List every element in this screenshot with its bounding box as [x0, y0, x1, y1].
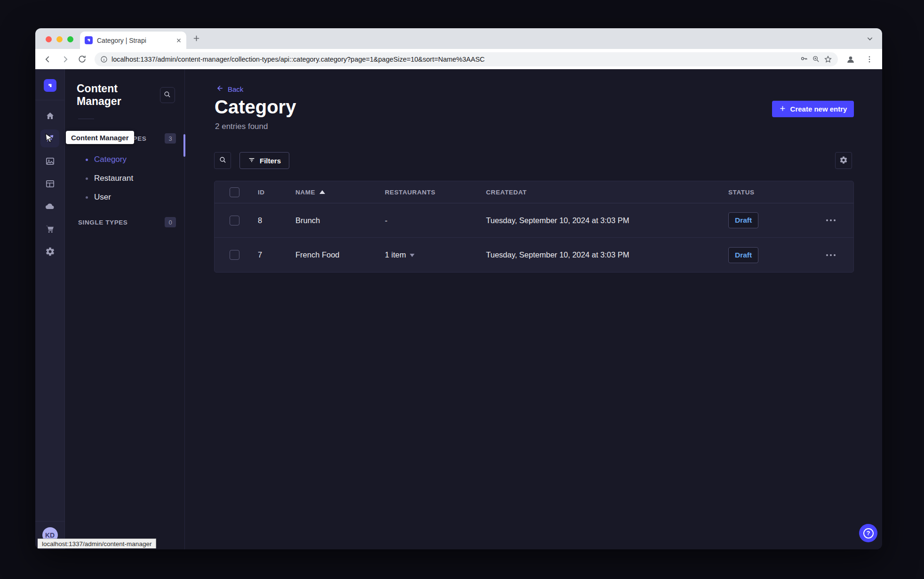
subnav-title: Content Manager — [77, 82, 160, 108]
chevron-down-icon — [410, 254, 414, 257]
menu-kebab-icon[interactable] — [862, 52, 876, 66]
status-badge: Draft — [728, 212, 758, 228]
strapi-logo[interactable] — [44, 79, 56, 92]
browser-tab[interactable]: Category | Strapi — [80, 32, 186, 49]
browser-window: Category | Strapi localhost:1337/admin/c… — [35, 28, 882, 549]
column-header-name[interactable]: NAME — [295, 189, 385, 196]
status-link: localhost:1337/admin/content-manager — [38, 539, 156, 548]
filters-button[interactable]: Filters — [239, 152, 289, 169]
sort-ascending-icon — [319, 190, 325, 194]
search-icon — [163, 90, 171, 100]
content-type-builder-icon[interactable] — [40, 175, 59, 193]
select-all-checkbox[interactable] — [230, 187, 239, 197]
single-types-label: SINGLE TYPES — [78, 219, 127, 226]
bullet-icon — [86, 196, 88, 199]
entries-count: 2 entries found — [215, 122, 268, 131]
back-link[interactable]: Back — [215, 84, 243, 94]
info-icon[interactable] — [100, 56, 108, 63]
cell-name: Brunch — [295, 216, 385, 225]
mouse-cursor — [42, 133, 54, 147]
window-controls[interactable] — [46, 36, 73, 42]
bullet-icon — [86, 159, 88, 161]
reload-icon[interactable] — [75, 52, 89, 66]
table-header-row: ID NAME RESTAURANTS CREATEDAT STATUS — [215, 181, 853, 203]
plus-icon — [779, 105, 786, 113]
strapi-app: KD Content Manager COLLECTION TYPES 3 — [35, 69, 882, 549]
profile-icon[interactable] — [844, 52, 858, 66]
strapi-favicon-icon — [85, 36, 93, 44]
column-header-id[interactable]: ID — [258, 189, 295, 196]
url-bar[interactable]: localhost:1337/admin/content-manager/col… — [95, 52, 838, 66]
main-content: Back Category 2 entries found Create new… — [185, 69, 882, 549]
help-question-icon: ? — [863, 528, 874, 539]
back-arrow-icon — [215, 84, 223, 94]
bullet-icon — [86, 177, 88, 180]
table-row[interactable]: 7 French Food 1 item Tuesday, September … — [215, 238, 853, 272]
gear-icon — [839, 156, 848, 166]
minimize-window-button[interactable] — [56, 36, 63, 42]
column-header-status[interactable]: STATUS — [728, 189, 818, 196]
cell-id: 7 — [258, 250, 295, 259]
subnav-divider — [78, 119, 94, 119]
column-header-createdat[interactable]: CREATEDAT — [486, 189, 728, 196]
media-library-icon[interactable] — [40, 152, 59, 170]
marketplace-cart-icon[interactable] — [40, 220, 59, 238]
tab-search-chevron-icon[interactable] — [866, 35, 874, 42]
bookmark-star-icon[interactable] — [824, 55, 832, 64]
tab-strip: Category | Strapi — [35, 28, 882, 49]
create-new-entry-button[interactable]: Create new entry — [772, 101, 854, 117]
tooltip: Content Manager — [66, 131, 134, 144]
single-types-count-badge: 0 — [165, 217, 176, 227]
search-icon — [219, 156, 227, 165]
close-window-button[interactable] — [46, 36, 52, 42]
settings-gear-icon[interactable] — [40, 242, 59, 260]
cell-restaurants[interactable]: 1 item — [385, 250, 486, 259]
row-actions-menu-icon[interactable] — [826, 254, 836, 256]
row-checkbox[interactable] — [230, 216, 239, 225]
filter-icon — [248, 156, 255, 165]
tab-title: Category | Strapi — [97, 37, 172, 44]
row-actions-menu-icon[interactable] — [826, 219, 836, 221]
maximize-window-button[interactable] — [67, 36, 73, 42]
subnav-item-category[interactable]: Category — [65, 150, 184, 169]
forward-icon[interactable] — [58, 52, 72, 66]
table-search-button[interactable] — [214, 152, 231, 169]
back-icon[interactable] — [41, 52, 55, 66]
subnav-item-user[interactable]: User — [65, 188, 184, 207]
page-title: Category — [215, 96, 296, 118]
help-button[interactable]: ? — [859, 524, 877, 542]
cell-name: French Food — [295, 250, 385, 259]
subnav-search-button[interactable] — [160, 87, 175, 103]
cloud-icon[interactable] — [40, 197, 59, 215]
entries-table: ID NAME RESTAURANTS CREATEDAT STATUS 8 B… — [214, 181, 854, 273]
rail-divider — [35, 100, 65, 100]
table-row[interactable]: 8 Brunch - Tuesday, September 10, 2024 a… — [215, 203, 853, 238]
new-tab-button[interactable] — [192, 34, 200, 42]
zoom-icon[interactable] — [812, 55, 820, 63]
collection-types-count-badge: 3 — [165, 133, 176, 144]
column-header-restaurants[interactable]: RESTAURANTS — [385, 189, 486, 196]
cell-createdat: Tuesday, September 10, 2024 at 3:03 PM — [486, 216, 728, 225]
url-text[interactable]: localhost:1337/admin/content-manager/col… — [112, 56, 796, 63]
row-checkbox[interactable] — [230, 250, 239, 260]
home-icon[interactable] — [40, 107, 59, 125]
status-badge: Draft — [728, 247, 758, 263]
tab-close-icon[interactable] — [176, 38, 182, 43]
browser-toolbar: localhost:1337/admin/content-manager/col… — [35, 49, 882, 69]
subnav-item-restaurant[interactable]: Restaurant — [65, 169, 184, 188]
cell-id: 8 — [258, 216, 295, 225]
view-settings-button[interactable] — [835, 152, 852, 169]
cell-restaurants: - — [385, 216, 486, 225]
cell-createdat: Tuesday, September 10, 2024 at 3:03 PM — [486, 250, 728, 259]
key-icon[interactable] — [800, 55, 808, 64]
